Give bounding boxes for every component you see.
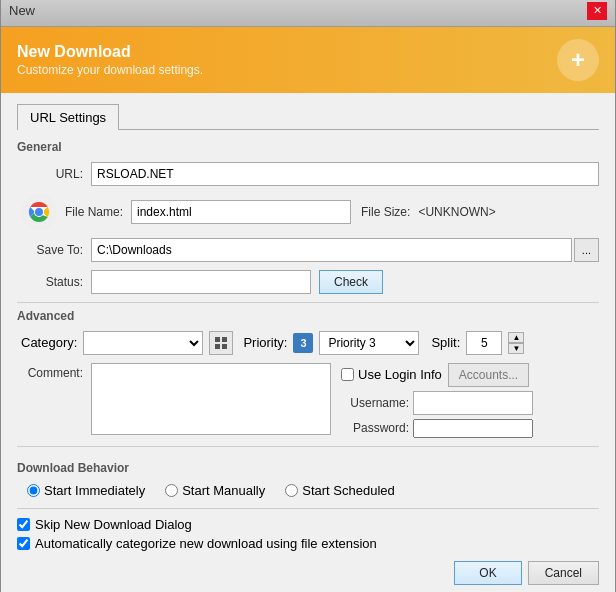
radio-start-scheduled-input[interactable] [285, 484, 298, 497]
save-to-label: Save To: [21, 243, 91, 257]
browse-button[interactable]: ... [574, 238, 599, 262]
username-row: Username: [341, 391, 533, 415]
header-title: New Download [17, 43, 203, 61]
status-row: Status: Check [17, 270, 599, 294]
save-to-input[interactable] [91, 238, 572, 262]
comment-input[interactable] [91, 363, 331, 435]
auto-categorize-checkbox[interactable] [17, 537, 30, 550]
file-name-input[interactable] [131, 200, 351, 224]
category-select[interactable] [83, 331, 203, 355]
login-section: Use Login Info Accounts... Username: Pas… [341, 363, 533, 438]
category-icon-button[interactable] [209, 331, 233, 355]
download-behavior-label: Download Behavior [17, 461, 599, 475]
priority-select[interactable]: Priority 3 Priority 1 Priority 2 Priorit… [319, 331, 419, 355]
footer-checks: Skip New Download Dialog Automatically c… [17, 508, 599, 551]
auto-categorize-row[interactable]: Automatically categorize new download us… [17, 536, 599, 551]
password-row: Password: [341, 419, 533, 438]
status-label: Status: [21, 275, 91, 289]
content-area: URL Settings General URL: Fil [1, 93, 615, 593]
advanced-section-label: Advanced [17, 309, 599, 323]
header-subtitle: Customize your download settings. [17, 63, 203, 77]
footer-buttons: OK Cancel [17, 561, 599, 585]
window-title: New [9, 3, 35, 18]
radio-start-manually-input[interactable] [165, 484, 178, 497]
tab-bar: URL Settings [17, 103, 599, 130]
use-login-label: Use Login Info [358, 367, 442, 382]
advanced-row: Category: Priority: 3 Priority 3 Priorit… [17, 331, 599, 355]
section-divider-1 [17, 302, 599, 303]
radio-start-scheduled[interactable]: Start Scheduled [285, 483, 395, 498]
split-label: Split: [431, 335, 460, 350]
title-bar: New ✕ [1, 0, 615, 27]
close-button[interactable]: ✕ [587, 2, 607, 20]
split-down-button[interactable]: ▼ [508, 343, 524, 354]
ok-button[interactable]: OK [454, 561, 521, 585]
use-login-row: Use Login Info Accounts... [341, 363, 533, 387]
skip-dialog-row[interactable]: Skip New Download Dialog [17, 517, 599, 532]
password-label: Password: [341, 421, 409, 435]
chrome-icon [21, 194, 57, 230]
main-window: New ✕ New Download Customize your downlo… [0, 0, 616, 592]
split-input[interactable] [466, 331, 502, 355]
category-label: Category: [21, 335, 77, 350]
svg-rect-6 [215, 344, 220, 349]
skip-dialog-label: Skip New Download Dialog [35, 517, 192, 532]
url-input[interactable] [91, 162, 599, 186]
priority-label: Priority: [243, 335, 287, 350]
comment-label: Comment: [21, 363, 91, 380]
radio-start-immediately-label: Start Immediately [44, 483, 145, 498]
radio-start-immediately-input[interactable] [27, 484, 40, 497]
skip-dialog-checkbox[interactable] [17, 518, 30, 531]
comment-login-row: Comment: Use Login Info Accounts... User… [17, 363, 599, 438]
cancel-button[interactable]: Cancel [528, 561, 599, 585]
svg-point-3 [35, 208, 43, 216]
username-label: Username: [341, 396, 409, 410]
status-input[interactable] [91, 270, 311, 294]
header: New Download Customize your download set… [1, 27, 615, 93]
radio-start-immediately[interactable]: Start Immediately [27, 483, 145, 498]
url-row: URL: [17, 162, 599, 186]
username-input[interactable] [413, 391, 533, 415]
svg-rect-7 [222, 344, 227, 349]
tab-url-settings[interactable]: URL Settings [17, 104, 119, 130]
radio-row: Start Immediately Start Manually Start S… [17, 483, 599, 498]
radio-start-manually-label: Start Manually [182, 483, 265, 498]
file-size-label: File Size: [361, 205, 410, 219]
file-name-label: File Name: [65, 205, 131, 219]
svg-rect-4 [215, 337, 220, 342]
password-input[interactable] [413, 419, 533, 438]
priority-level-icon: 3 [293, 333, 313, 353]
use-login-checkbox[interactable] [341, 368, 354, 381]
download-behavior-section: Download Behavior Start Immediately Star… [17, 446, 599, 498]
file-info-row: File Name: File Size: <UNKNOWN> [17, 194, 599, 230]
save-to-row: Save To: ... [17, 238, 599, 262]
url-label: URL: [21, 167, 91, 181]
grid-icon [214, 336, 228, 350]
auto-categorize-label: Automatically categorize new download us… [35, 536, 377, 551]
split-up-button[interactable]: ▲ [508, 332, 524, 343]
header-add-icon: + [557, 39, 599, 81]
split-spinner: ▲ ▼ [508, 332, 524, 354]
radio-start-scheduled-label: Start Scheduled [302, 483, 395, 498]
radio-start-manually[interactable]: Start Manually [165, 483, 265, 498]
accounts-button[interactable]: Accounts... [448, 363, 529, 387]
file-size-value: <UNKNOWN> [418, 205, 495, 219]
general-section-label: General [17, 140, 599, 154]
header-text: New Download Customize your download set… [17, 43, 203, 77]
svg-rect-5 [222, 337, 227, 342]
check-button[interactable]: Check [319, 270, 383, 294]
